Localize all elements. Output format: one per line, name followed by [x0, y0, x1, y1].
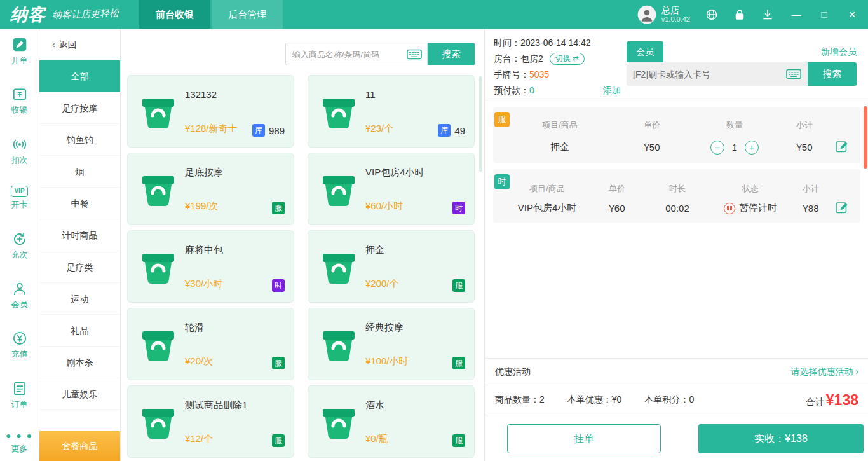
- product-search-input[interactable]: [292, 50, 407, 59]
- avatar[interactable]: [637, 5, 656, 24]
- download-icon[interactable]: [761, 8, 774, 21]
- service-badge: 服: [452, 279, 465, 292]
- category-item[interactable]: 儿童娱乐: [39, 378, 120, 410]
- badge-wrap: 服: [452, 357, 465, 369]
- sidebar-item-label: 收银: [11, 104, 28, 116]
- recharge-count-icon: [11, 231, 28, 247]
- category-item[interactable]: 足疗类: [39, 251, 120, 283]
- edit-item-icon[interactable]: [835, 200, 849, 214]
- member-search-button[interactable]: 搜索: [808, 62, 857, 86]
- timer-status[interactable]: 暂停计时: [709, 202, 792, 214]
- order-panel-header: 时间：2023-06-14 14:42 房台：包房2 切换 ⇄ 手牌号：5035…: [485, 29, 868, 100]
- category-item[interactable]: 礼品: [39, 315, 120, 347]
- sidebar-item-label: 会员: [11, 299, 28, 310]
- promo-select-link[interactable]: 请选择优惠活动 ›: [790, 366, 858, 378]
- keyboard-icon[interactable]: [407, 49, 422, 60]
- product-name: 押金: [365, 244, 384, 256]
- tab-backend[interactable]: 后台管理: [212, 0, 283, 29]
- order-item-price: ¥60: [588, 203, 646, 214]
- product-price: ¥23/个: [365, 123, 393, 135]
- keyboard-icon[interactable]: [786, 69, 801, 79]
- product-bag-icon: [140, 325, 176, 363]
- product-card[interactable]: 11 ¥23/个 库 49: [308, 75, 475, 148]
- sidebar-item-label: 充值: [11, 348, 28, 360]
- sidebar-item-more[interactable]: ● ● ● 更多: [0, 430, 39, 455]
- order-scrollbar-thumb[interactable]: [864, 106, 867, 169]
- tab-front-cashier[interactable]: 前台收银: [139, 0, 210, 29]
- category-item[interactable]: 剧本杀: [39, 347, 120, 378]
- member-icon: [11, 280, 28, 297]
- topbar: 纳客 纳客让店更轻松 前台收银 后台管理 总店 v1.0.0.42 — □ ×: [0, 0, 868, 29]
- category-item-all[interactable]: 全部: [39, 60, 120, 92]
- order-summary: 商品数量：2 本单优惠：¥0 本单积分：0 合计 ¥138: [485, 385, 868, 415]
- sidebar-item-open-order[interactable]: 开单: [0, 36, 39, 66]
- member-tab-button[interactable]: 会员: [627, 41, 663, 62]
- edit-item-icon[interactable]: [835, 139, 849, 153]
- qty-value: 1: [732, 142, 737, 153]
- new-member-link[interactable]: 新增会员: [821, 46, 857, 58]
- product-card[interactable]: 132132 ¥128/新奇士 库 989: [127, 75, 294, 148]
- items-count-label: 商品数量：: [495, 394, 539, 404]
- badge-wrap: 服: [452, 434, 465, 447]
- topbar-right: 总店 v1.0.0.42 — □ ×: [637, 5, 868, 24]
- product-scrollbar-thumb[interactable]: [479, 76, 482, 172]
- qty-increase-button[interactable]: +: [745, 141, 759, 155]
- product-bag-icon: [321, 170, 356, 208]
- sidebar-item-recharge[interactable]: 充值: [0, 330, 39, 360]
- product-card[interactable]: VIP包房4小时 ¥60/小时 时: [308, 153, 475, 225]
- more-icon: ● ● ●: [6, 430, 33, 441]
- product-card[interactable]: 押金 ¥200/个 服: [308, 230, 475, 303]
- col-header-duration: 时长: [646, 183, 709, 195]
- time-badge: 时: [452, 202, 465, 214]
- recharge-icon: [11, 330, 28, 347]
- checkout-button[interactable]: 实收：¥138: [698, 424, 864, 453]
- sidebar-item-orders[interactable]: 订单: [0, 380, 39, 410]
- maximize-button[interactable]: □: [818, 9, 830, 20]
- add-prepaid-link[interactable]: 添加: [603, 83, 621, 99]
- category-item[interactable]: 计时商品: [39, 219, 120, 251]
- sidebar-item-recharge-count[interactable]: 充次: [0, 231, 39, 261]
- product-card[interactable]: 酒水 ¥0/瓶 服: [308, 385, 475, 458]
- product-card[interactable]: 麻将中包 ¥30/小时 时: [127, 230, 294, 303]
- member-card-input[interactable]: [633, 69, 786, 79]
- globe-icon[interactable]: [705, 8, 718, 21]
- service-badge: 服: [272, 434, 285, 447]
- product-price: ¥199/次: [185, 200, 219, 212]
- order-item[interactable]: 时 项目/商品 单价 时长 状态 小计 VIP包房4小时 ¥60 00:02 暂…: [493, 169, 860, 223]
- order-item[interactable]: 服 项目/商品 单价 数量 小计 押金 ¥50 − 1 + ¥50: [493, 107, 860, 163]
- store-info[interactable]: 总店 v1.0.0.42: [661, 5, 690, 24]
- product-search-button[interactable]: 搜索: [428, 43, 475, 65]
- hold-order-button[interactable]: 挂单: [507, 424, 661, 453]
- sidebar-item-label: 更多: [11, 443, 28, 455]
- member-card-field[interactable]: [627, 62, 808, 86]
- category-package-combo[interactable]: 套餐商品: [39, 431, 120, 461]
- product-bag-icon: [140, 92, 176, 130]
- product-card[interactable]: 测试商品删除1 ¥12/个 服: [127, 385, 294, 458]
- category-item[interactable]: 中餐: [39, 188, 120, 219]
- category-item[interactable]: 钓鱼钓: [39, 124, 120, 156]
- sidebar-item-label: 扣次: [11, 155, 28, 166]
- category-back-button[interactable]: ‹返回: [39, 29, 120, 60]
- switch-room-button[interactable]: 切换 ⇄: [550, 53, 585, 65]
- sidebar-item-vip-card[interactable]: VIP 开卡: [0, 186, 39, 210]
- sidebar-item-deduct-count[interactable]: 扣次: [0, 136, 39, 166]
- lock-icon[interactable]: [733, 8, 746, 21]
- product-name: 足底按摩: [185, 167, 223, 179]
- product-card[interactable]: 足底按摩 ¥199/次 服: [127, 153, 294, 225]
- close-button[interactable]: ×: [846, 8, 858, 22]
- room-row: 房台：包房2 切换 ⇄: [494, 51, 621, 67]
- product-price: ¥100/小时: [365, 355, 409, 368]
- category-item[interactable]: 烟: [39, 156, 120, 188]
- product-search-field[interactable]: [285, 43, 428, 65]
- category-item[interactable]: 足疗按摩: [39, 92, 120, 124]
- product-card[interactable]: 轮滑 ¥20/次 服: [127, 308, 294, 380]
- sidebar-item-cashier[interactable]: 收银: [0, 86, 39, 116]
- sidebar-item-member[interactable]: 会员: [0, 280, 39, 310]
- minimize-button[interactable]: —: [790, 9, 802, 20]
- category-item[interactable]: 运动: [39, 283, 120, 315]
- badge-wrap: 服: [272, 434, 285, 447]
- prepaid-group: 预付款：0: [494, 83, 534, 99]
- qty-decrease-button[interactable]: −: [710, 141, 724, 155]
- service-badge: 服: [452, 434, 465, 447]
- product-card[interactable]: 经典按摩 ¥100/小时 服: [308, 308, 475, 380]
